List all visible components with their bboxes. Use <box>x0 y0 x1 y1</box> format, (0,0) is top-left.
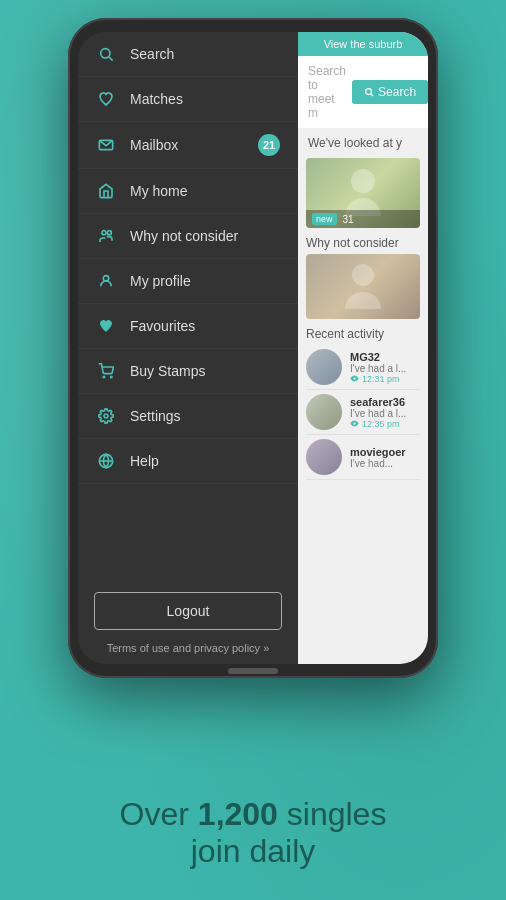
home-icon <box>96 181 116 201</box>
activity-info-0: MG32 I've had a l... 12:31 pm <box>350 351 420 384</box>
banner-text: View the suburb <box>324 38 403 50</box>
phone-device: Search Matches Mailbox 21 <box>68 18 438 678</box>
sidebar-item-search[interactable]: Search <box>78 32 298 77</box>
sidebar-label-search: Search <box>130 46 280 62</box>
matches-icon <box>96 89 116 109</box>
search-area: Search to meet m Search <box>298 56 428 128</box>
sidebar-label-my-profile: My profile <box>130 273 280 289</box>
why-not-section: Why not consider <box>298 232 428 323</box>
svg-point-11 <box>366 89 372 95</box>
promo-line1: Over 1,200 singles <box>0 796 506 833</box>
phone-screen: Search Matches Mailbox 21 <box>78 32 428 664</box>
activity-time-0: 12:31 pm <box>350 374 420 384</box>
profile-icon <box>96 271 116 291</box>
recent-activity-section: Recent activity MG32 I've had a l... 12:… <box>298 323 428 484</box>
sidebar-item-my-profile[interactable]: My profile <box>78 259 298 304</box>
avatar-1 <box>306 394 342 430</box>
help-icon <box>96 451 116 471</box>
activity-info-1: seafarer36 I've had a l... 12:35 pm <box>350 396 420 429</box>
activity-info-2: moviegoer I've had... <box>350 446 420 469</box>
cart-icon <box>96 361 116 381</box>
looked-at-title: We've looked at y <box>298 128 428 154</box>
favourites-icon <box>96 316 116 336</box>
recent-activity-title: Recent activity <box>306 327 420 341</box>
search-button-label: Search <box>378 85 416 99</box>
mailbox-badge: 21 <box>258 134 280 156</box>
activity-name-2: moviegoer <box>350 446 420 458</box>
svg-point-6 <box>103 376 104 377</box>
activity-item-1[interactable]: seafarer36 I've had a l... 12:35 pm <box>306 390 420 435</box>
promo-over: Over <box>120 796 198 832</box>
promo-singles: singles <box>278 796 387 832</box>
profile-card[interactable]: new 31 <box>306 158 420 228</box>
search-placeholder: Search to meet m <box>308 64 346 120</box>
svg-point-0 <box>101 49 110 58</box>
sidebar-label-help: Help <box>130 453 280 469</box>
activity-item-0[interactable]: MG32 I've had a l... 12:31 pm <box>306 345 420 390</box>
search-icon <box>96 44 116 64</box>
terms-link[interactable]: Terms of use and privacy policy » <box>78 638 298 664</box>
why-not-card[interactable] <box>306 254 420 319</box>
sidebar-label-mailbox: Mailbox <box>130 137 244 153</box>
svg-point-4 <box>107 231 111 235</box>
svg-point-3 <box>102 231 106 235</box>
activity-time-1: 12:35 pm <box>350 419 420 429</box>
sidebar-item-matches[interactable]: Matches <box>78 77 298 122</box>
svg-line-1 <box>109 57 113 61</box>
sidebar-item-settings[interactable]: Settings <box>78 394 298 439</box>
activity-text-1: I've had a l... <box>350 408 420 419</box>
sidebar-label-favourites: Favourites <box>130 318 280 334</box>
sidebar-item-mailbox[interactable]: Mailbox 21 <box>78 122 298 169</box>
svg-point-8 <box>104 414 108 418</box>
profile-card-overlay: new 31 <box>306 210 420 228</box>
sidebar-label-buy-stamps: Buy Stamps <box>130 363 280 379</box>
svg-point-7 <box>111 376 112 377</box>
svg-point-16 <box>353 422 355 424</box>
promo-number: 1,200 <box>198 796 278 832</box>
sidebar-item-favourites[interactable]: Favourites <box>78 304 298 349</box>
avatar-2 <box>306 439 342 475</box>
activity-text-0: I've had a l... <box>350 363 420 374</box>
svg-point-15 <box>353 377 355 379</box>
search-button[interactable]: Search <box>352 80 428 104</box>
activity-text-2: I've had... <box>350 458 420 469</box>
promo-text: Over 1,200 singles join daily <box>0 796 506 870</box>
sidebar-item-my-home[interactable]: My home <box>78 169 298 214</box>
sidebar-menu: Search Matches Mailbox 21 <box>78 32 298 664</box>
promo-line2: join daily <box>0 833 506 870</box>
sidebar-label-matches: Matches <box>130 91 280 107</box>
sidebar-item-buy-stamps[interactable]: Buy Stamps <box>78 349 298 394</box>
avatar-0 <box>306 349 342 385</box>
sidebar-label-settings: Settings <box>130 408 280 424</box>
card-age: 31 <box>343 214 354 225</box>
logout-button[interactable]: Logout <box>94 592 282 630</box>
main-content: View the suburb Search to meet m Search … <box>298 32 428 664</box>
sidebar-item-why-not-consider[interactable]: Why not consider <box>78 214 298 259</box>
sidebar-label-why-not-consider: Why not consider <box>130 228 280 244</box>
why-not-title: Why not consider <box>306 236 420 250</box>
home-button[interactable] <box>228 668 278 674</box>
activity-item-2[interactable]: moviegoer I've had... <box>306 435 420 480</box>
sidebar-label-my-home: My home <box>130 183 280 199</box>
activity-name-0: MG32 <box>350 351 420 363</box>
mailbox-icon <box>96 135 116 155</box>
svg-line-12 <box>371 94 373 96</box>
people-icon <box>96 226 116 246</box>
svg-point-14 <box>352 264 374 286</box>
top-banner: View the suburb <box>298 32 428 56</box>
new-badge: new <box>312 213 337 225</box>
svg-point-13 <box>351 169 375 193</box>
settings-icon <box>96 406 116 426</box>
sidebar-item-help[interactable]: Help <box>78 439 298 484</box>
activity-name-1: seafarer36 <box>350 396 420 408</box>
